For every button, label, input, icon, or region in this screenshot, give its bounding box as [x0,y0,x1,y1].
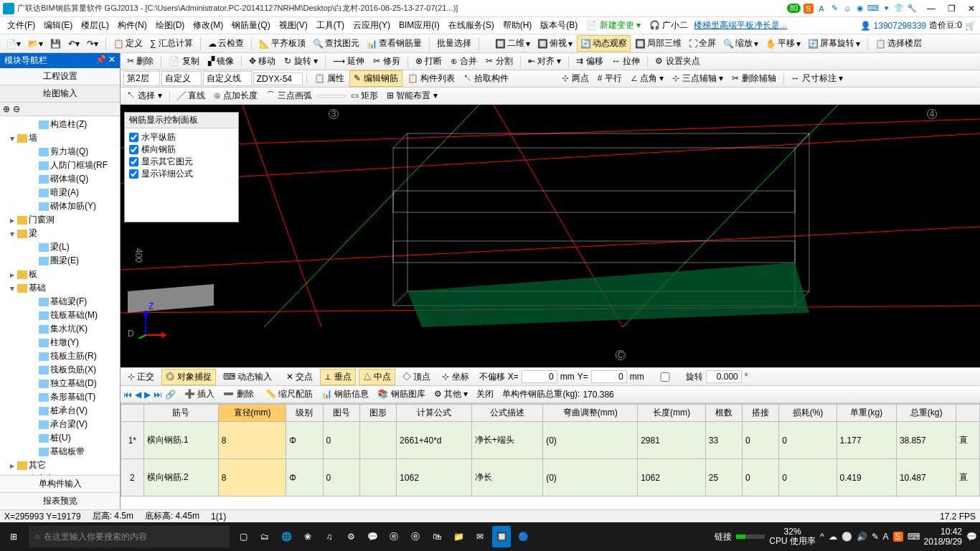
app5-icon[interactable]: ⚙ [341,526,360,547]
find-elem-button[interactable]: 🔍 查找图元 [310,36,362,51]
ime-s-icon[interactable]: S [893,532,903,542]
tip-link[interactable]: 楼梯里高端平板净长是... [694,19,787,32]
tray-a-icon[interactable]: A [883,532,889,542]
col-header[interactable]: 弯曲调整(mm) [543,405,638,422]
tree-node[interactable]: ▸其它 [1,458,118,472]
offset-select[interactable]: 不偏移 [479,371,505,383]
tree-node[interactable]: ▾墙 [1,131,118,145]
extend-button[interactable]: ⟶ 延伸 [329,54,368,69]
keyboard-icon[interactable]: ⌨ [868,4,878,14]
cloud-check-button[interactable]: ☁ 云检查 [205,36,247,51]
table-cell[interactable]: (0) [543,459,638,496]
define-button[interactable]: 📋 定义 [110,36,146,51]
app9-icon[interactable]: 🔵 [514,526,532,547]
menu-cloud[interactable]: 云应用(Y) [350,18,393,33]
collapse-icon[interactable]: ⊖ [13,104,20,114]
type-select[interactable]: 自定义 [161,71,202,86]
break-button[interactable]: ⊗ 打断 [412,54,446,69]
col-header[interactable]: 单重(kg) [837,405,896,422]
ie-icon[interactable]: ⓔ [406,526,425,547]
rebar-info-button[interactable]: 📊 钢筋信息 [319,387,372,402]
col-header[interactable]: 筋号 [143,405,218,422]
menu-online[interactable]: 在线服务(S) [446,18,497,33]
floor-select[interactable]: 第2层 [123,71,160,86]
tree-node[interactable]: 条形基础(T) [1,390,118,404]
onedrive-icon[interactable]: ☁ [829,532,837,542]
props-button[interactable]: 📋 属性 [311,71,348,86]
tree-node[interactable]: 桩(U) [1,431,118,445]
x-input[interactable] [522,370,557,383]
col-header[interactable]: 计算公式 [397,405,472,422]
s-icon[interactable]: S [804,4,814,14]
offset-button[interactable]: ⇉ 偏移 [573,54,606,69]
col-header[interactable]: 图号 [323,405,359,422]
delete-button[interactable]: ✂ 删除 [123,54,157,69]
table-cell[interactable]: 横向钢筋.2 [143,459,218,496]
tab-draw-input[interactable]: 绘图输入 [0,85,120,103]
fullscreen-button[interactable]: ⛶ 全屏 [686,36,719,51]
tree-node[interactable]: 集水坑(K) [1,322,118,336]
pick-button[interactable]: ↖ 拾取构件 [460,71,512,86]
tree-node[interactable]: 基础板带 [1,445,118,458]
orbit-button[interactable]: 🔄 动态观察 [577,35,631,52]
last-icon[interactable]: ⏭ [154,390,162,400]
app7-icon[interactable]: 📁 [449,526,468,547]
tree-node[interactable]: 人防门框墙(RF [1,159,118,172]
tree-node[interactable]: 基础梁(F) [1,295,118,309]
tab-report[interactable]: 报表预览 [0,492,120,509]
tab-settings[interactable]: 工程设置 [0,68,120,85]
redo-icon[interactable]: ↷▾ [84,37,101,50]
select-floor-button[interactable]: 📋 选择楼层 [872,36,925,51]
rotate-button[interactable]: ↻ 旋转 ▾ [281,54,321,69]
table-cell[interactable]: 净长 [471,459,542,496]
tree-node[interactable]: 筏板主筋(R) [1,349,118,363]
close-button2[interactable]: 关闭 [473,387,496,402]
tree-node[interactable]: 剪力墙(Q) [1,145,118,159]
tray-up-icon[interactable]: ^ [820,532,824,542]
perp-button[interactable]: ⊥ 垂点 [320,369,355,385]
table-cell[interactable]: 33 [705,422,742,459]
app6-icon[interactable]: 💬 [363,526,382,547]
a-icon[interactable]: A [816,4,826,14]
col-header[interactable]: 搭接 [743,405,779,422]
rot-input[interactable] [706,370,742,383]
tree-node[interactable]: 梁(L) [1,240,118,254]
col-header[interactable]: 长度(mm) [638,405,706,422]
table-cell[interactable]: 2661+40*d [397,422,472,459]
tree-node[interactable]: 桩承台(V) [1,404,118,418]
table-cell[interactable]: 0 [743,422,779,459]
col-header[interactable]: 总重(kg) [896,405,956,422]
inter-button[interactable]: ✕ 交点 [282,369,317,385]
tray-icon1[interactable]: ⚪ [842,532,852,542]
rebar-check[interactable]: 显示其它图元 [129,156,234,168]
store-icon[interactable]: 🛍 [428,526,446,547]
y-input[interactable] [591,370,627,383]
tree-node[interactable]: 筏板负筋(X) [1,363,118,377]
table-cell[interactable]: 直 [956,422,980,459]
dim-button[interactable]: ↔ 尺寸标注 ▾ [788,71,847,86]
menu-bim[interactable]: BIM应用(I) [396,18,443,33]
rebar-lib-button[interactable]: 📚 钢筋图库 [374,387,428,402]
wrench-icon[interactable]: 🔧 [907,4,917,14]
sum-button[interactable]: ∑ 汇总计算 [147,36,196,51]
minimize-button[interactable]: — [925,4,937,14]
menu-floor[interactable]: 楼层(L) [78,18,112,33]
save-icon[interactable]: 💾 [47,37,64,50]
tree-node[interactable]: 砌体加筋(Y) [1,199,118,213]
flat-top-button[interactable]: 📐 平齐板顶 [256,36,308,51]
tree-node[interactable]: ▾梁 [1,227,118,240]
gxr[interactable]: 🎧 广小二 [646,18,691,33]
tray-icon2[interactable]: ✎ [872,532,879,542]
menu-rebar[interactable]: 钢筋量(Q) [229,18,273,33]
angle-button[interactable]: ∠ 点角 ▾ [627,71,668,86]
vertex-button[interactable]: ◇ 顶点 [398,369,435,385]
shirt-icon[interactable]: 👕 [894,4,904,14]
menu-tools[interactable]: 工具(T) [314,18,347,33]
open-icon[interactable]: 📂▾ [25,37,46,50]
pin-icon[interactable]: 📌 ✕ [95,55,116,67]
rebar-table-wrap[interactable]: 筋号直径(mm)级别图号图形计算公式公式描述弯曲调整(mm)长度(mm)根数搭接… [121,403,980,509]
copy-button[interactable]: 📄 复制 [165,54,202,69]
table-cell[interactable]: 10.487 [896,459,956,496]
link-label[interactable]: 链接 [715,531,732,543]
pt-len-button[interactable]: ⊙ 点加长度 [210,88,261,103]
